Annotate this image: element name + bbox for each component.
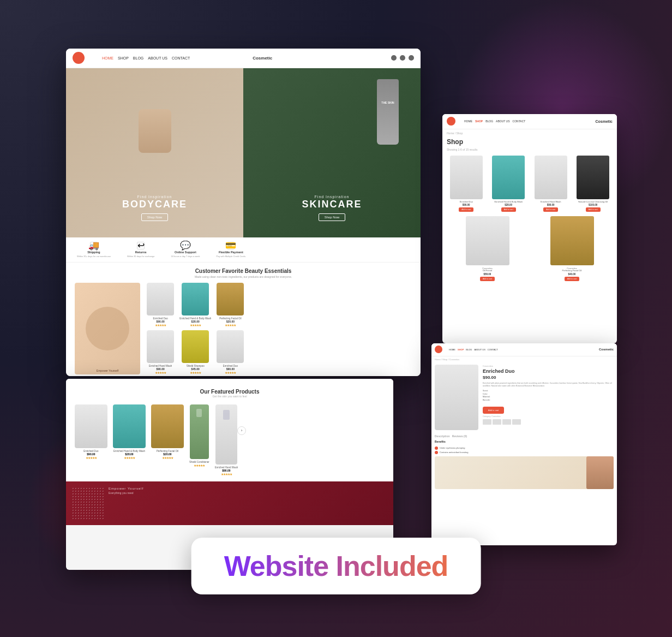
shop-product-img-4 — [577, 156, 609, 199]
shop-product-price-2: $28.00 — [505, 204, 512, 206]
nav-link-contact[interactable]: CONTACT — [172, 56, 190, 60]
bottom-product-img-1 — [75, 404, 107, 448]
detail-content: Cosmetics Enriched Duo $90.00 Enriched w… — [431, 361, 617, 433]
benefit-2: Contains antioxidant boosting — [435, 451, 614, 454]
benefit-text-1: Under eyebrows plumping — [440, 447, 465, 449]
shop-product-2: Enriched Hand & Body Wash $28.00 Add to … — [489, 156, 529, 212]
feature-payment: 💳 Flexible Payment Pay with Multiple Cre… — [217, 242, 246, 258]
product-card-3: Perfecting Facial Oil $20.00 ★★★★★ — [214, 283, 246, 327]
shop-nav-home[interactable]: HOME — [464, 120, 472, 123]
shop-product-img-5 — [466, 216, 509, 265]
shop-add-btn-2[interactable]: Add to cart — [501, 207, 516, 212]
shop-title: Shop — [442, 137, 617, 147]
next-arrow[interactable]: › — [237, 426, 246, 435]
detail-nav-blog[interactable]: BLOG — [466, 348, 472, 351]
nav-link-blog[interactable]: BLOG — [133, 56, 143, 60]
bottom-stars-2: ★★★★★ — [124, 456, 135, 460]
shop-showing: Showing 1-6 of 15 results — [442, 147, 617, 153]
shop-grid: Enriched Duo $90.00 Add to cart Enriched… — [442, 153, 617, 215]
shop-product-name-2: Enriched Hand & Body Wash — [494, 201, 523, 204]
field-barcode: Barcode: — [483, 399, 614, 401]
benefit-text-2: Contains antioxidant boosting — [440, 451, 468, 454]
bottom-section-sub: Get the skin you want to feel — [66, 395, 393, 398]
product-card-1: Enriched Duo $90.00 ★★★★★ — [145, 283, 176, 327]
shop-product-price-1: $90.00 — [463, 204, 470, 206]
detail-fields: Scent: Color: Material: Barcode: — [483, 390, 614, 401]
shop-product-1: Enriched Duo $90.00 Add to cart — [447, 156, 486, 212]
shop-nav-contact[interactable]: CONTACT — [513, 120, 526, 123]
hero-bottle: THE SKIN — [377, 79, 399, 145]
shop-nav-about[interactable]: ABOUT US — [496, 120, 509, 123]
detail-category: Cosmetics — [483, 365, 614, 367]
detail-nav-home[interactable]: HOME — [449, 348, 455, 351]
shop-add-btn-1[interactable]: Add to cart — [459, 207, 473, 212]
shop-product-name-3: Enriched Hand Wash — [541, 201, 561, 204]
detail-nav-about[interactable]: ABOUT US — [474, 348, 485, 351]
bottom-stars-1: ★★★★★ — [86, 456, 97, 460]
hero-face-image: Empower Yourself — [75, 283, 140, 374]
product-card-4: Enriched Hand Wash $90.00 ★★★★★ — [145, 330, 176, 374]
hand-illustration — [139, 109, 171, 153]
detail-category-label: Category: Cosmetics — [483, 415, 614, 418]
nav-link-shop[interactable]: SHOP — [118, 56, 129, 60]
shop-add-btn-6[interactable]: Add to cart — [565, 277, 579, 281]
hero-left-find: Find Inspiration — [122, 195, 187, 199]
shop-product-price-4: $100.00 — [589, 204, 597, 206]
product-stars-2: ★★★★★ — [190, 323, 201, 327]
screenshot-main: HOME SHOP BLOG ABOUT US CONTACT Cosmetic — [66, 49, 421, 376]
shop-add-btn-3[interactable]: Add to cart — [543, 207, 558, 212]
visa-icon — [483, 419, 491, 425]
nav-links: HOME SHOP BLOG ABOUT US CONTACT — [102, 56, 190, 60]
mastercard-icon — [493, 419, 501, 425]
bottom-product-img-2 — [113, 404, 146, 448]
woman-silhouette — [586, 456, 614, 489]
shop-product-img-6 — [550, 216, 594, 265]
bottom-products-row: Enriched Duo $90.00 ★★★★★ Enriched Hand … — [66, 404, 393, 481]
detail-nav: HOME SHOP BLOG ABOUT US CONTACT Cosmetic — [431, 343, 617, 356]
detail-nav-shop[interactable]: SHOP — [458, 348, 464, 351]
shop-product-name-1: Enriched Duo — [460, 201, 473, 204]
nav-link-about[interactable]: ABOUT US — [148, 56, 167, 60]
feature-support: 💬 Online Support 24 hours a day 7 days a… — [171, 242, 200, 258]
nav-link-home[interactable]: HOME — [102, 56, 113, 60]
detail-nav-contact[interactable]: CONTACT — [488, 348, 498, 351]
bottom-product-2: Enriched Hand & Body Wash $28.00 ★★★★★ — [113, 404, 146, 460]
shop-nav-shop[interactable]: SHOP — [475, 120, 483, 123]
nav-brand-name: Cosmetic — [253, 56, 272, 61]
product-stars-4: ★★★★★ — [155, 371, 166, 374]
detail-woman-image — [435, 456, 614, 489]
feature-payment-desc: Pay with Multiple Credit Cards — [217, 255, 246, 258]
bottom-product-img-3 — [151, 404, 184, 448]
field-scent: Scent: — [483, 390, 614, 392]
hero-right-shop-button[interactable]: Shop Now — [319, 213, 346, 221]
bottom-top: Our Featured Products Get the skin you w… — [66, 379, 393, 404]
bottom-product-4: Shield Conditioner ★★★★★ — [189, 404, 209, 467]
shop-add-btn-4[interactable]: Add to cart — [586, 207, 601, 212]
shop-nav-blog[interactable]: BLOG — [485, 120, 493, 123]
shop-nav-links: HOME SHOP BLOG ABOUT US CONTACT — [464, 120, 525, 123]
detail-add-to-cart-button[interactable]: Add to cart — [483, 407, 504, 414]
bottom-stars-4: ★★★★★ — [194, 463, 205, 467]
detail-title: Enriched Duo — [483, 368, 614, 374]
product-stars-5: ★★★★★ — [190, 371, 201, 374]
bottle-cap-5 — [223, 410, 230, 420]
product-card-6: Enriched Duo $90.00 ★★★★★ — [214, 330, 246, 374]
red-desc: Everything you need — [109, 491, 143, 495]
shop-add-btn-5[interactable]: Add to cart — [480, 277, 495, 281]
truck-icon: 🚚 — [90, 242, 98, 249]
detail-nav-links: HOME SHOP BLOG ABOUT US CONTACT — [449, 348, 498, 351]
cart-icon[interactable] — [400, 55, 405, 61]
detail-desc: Enriched with plant-powered ingredients … — [483, 382, 614, 388]
hero-left-shop-button[interactable]: Shop Now — [141, 213, 169, 221]
user-icon[interactable] — [409, 55, 414, 61]
detail-product-img — [435, 365, 478, 430]
shop-product-img-3 — [535, 156, 567, 199]
screenshot-shop: HOME SHOP BLOG ABOUT US CONTACT Cosmetic… — [442, 114, 617, 343]
red-dots-pattern — [71, 487, 104, 520]
hero-split: Find Inspiration BODYCARE Shop Now THE S… — [66, 68, 421, 237]
detail-nav-brand: Cosmetic — [599, 348, 614, 351]
benefit-1: Under eyebrows plumping — [435, 447, 614, 450]
return-icon: ↩ — [137, 242, 145, 249]
field-color: Color: — [483, 393, 614, 395]
search-icon[interactable] — [391, 55, 397, 61]
